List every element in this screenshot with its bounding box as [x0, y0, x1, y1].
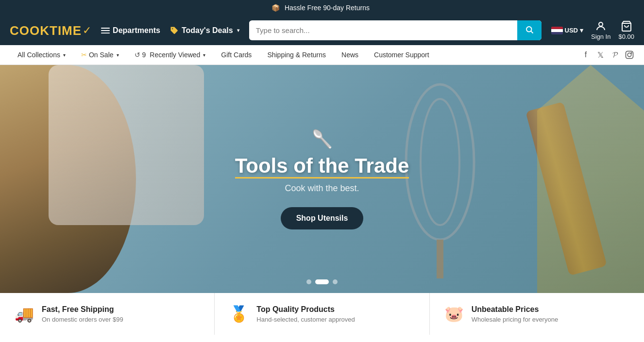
recently-viewed-label-text: Recently Viewed [150, 51, 200, 59]
feature-quality-text: Top Quality Products Hand-selected, cust… [256, 305, 355, 323]
customer-support-label: Customer Support [374, 51, 429, 59]
logo[interactable]: COOKTIME ✓ [10, 24, 91, 37]
logo-checkmark-icon: ✓ [83, 24, 91, 37]
menu-icon [101, 26, 110, 35]
svg-point-12 [421, 99, 459, 225]
currency-button[interactable]: USD ▾ [551, 27, 583, 34]
feature-shipping-title: Fast, Free Shipping [42, 305, 123, 314]
deals-chevron-icon: ▾ [237, 28, 239, 33]
todays-deals-button[interactable]: Today's Deals ▾ [170, 26, 239, 35]
instagram-icon[interactable] [625, 50, 634, 60]
collections-label: All Collections [17, 51, 60, 59]
social-icons: f 𝕏 𝓟 [581, 50, 634, 60]
hero-section: 🥄 Tools of the Trade Cook with the best.… [0, 65, 644, 293]
svg-point-10 [631, 52, 632, 53]
news-label: News [341, 51, 358, 59]
shipping-label: Shipping & Returns [267, 51, 326, 59]
scissors-icon: ✂ [81, 51, 87, 59]
hero-subtitle: Cook with the best. [235, 183, 409, 194]
svg-line-5 [531, 31, 533, 33]
cart-icon [621, 20, 632, 32]
announcement-icon: 📦 [271, 4, 280, 12]
search-bar [249, 20, 542, 40]
svg-point-6 [599, 22, 603, 26]
user-icon [595, 20, 607, 32]
recently-viewed-count: 9 [142, 51, 146, 59]
gift-cards-label: Gift Cards [221, 51, 252, 59]
svg-point-9 [627, 53, 631, 57]
departments-label: Departments [113, 26, 160, 35]
spoon-icon: 🥄 [235, 129, 409, 149]
main-header: COOKTIME ✓ Departments Today's Deals ▾ U… [0, 16, 644, 45]
news-nav-item[interactable]: News [334, 45, 366, 65]
onsale-chevron-icon: ▾ [117, 52, 119, 58]
hero-wheat-decoration [537, 65, 644, 293]
gift-cards-nav-item[interactable]: Gift Cards [213, 45, 259, 65]
feature-quality-title: Top Quality Products [256, 305, 355, 314]
collections-nav-item[interactable]: All Collections ▾ [10, 45, 73, 65]
svg-point-3 [172, 28, 173, 29]
hero-eggs-decoration [49, 65, 204, 225]
currency-label: USD [565, 27, 578, 34]
quality-icon: 🏅 [229, 305, 249, 323]
history-icon: ↺ [135, 51, 140, 59]
features-section: 🚚 Fast, Free Shipping On domestic orders… [0, 293, 644, 335]
deals-label: Today's Deals [182, 26, 233, 35]
hero-cta-button[interactable]: Shop Utensils [281, 207, 364, 229]
svg-point-11 [406, 84, 474, 240]
recently-viewed-nav-item[interactable]: ↺ 9 Recently Viewed ▾ [127, 45, 214, 65]
hero-content: 🥄 Tools of the Trade Cook with the best.… [235, 129, 409, 229]
feature-prices-subtitle: Wholesale pricing for everyone [472, 316, 558, 323]
signin-label: Sign In [591, 33, 610, 40]
tag-icon [170, 26, 179, 35]
search-input[interactable] [249, 21, 517, 39]
secondary-nav: All Collections ▾ ✂ On Sale ▾ ↺ 9 Recent… [0, 45, 644, 65]
search-icon [525, 25, 534, 34]
carousel-dots [306, 279, 338, 284]
feature-quality: 🏅 Top Quality Products Hand-selected, cu… [215, 293, 429, 335]
feature-shipping-subtitle: On domestic orders over $99 [42, 316, 123, 323]
feature-shipping: 🚚 Fast, Free Shipping On domestic orders… [0, 293, 215, 335]
search-button[interactable] [517, 20, 542, 40]
svg-rect-2 [101, 33, 110, 33]
recently-viewed-chevron-icon: ▾ [203, 52, 205, 58]
feature-prices: 🐷 Unbeatable Prices Wholesale pricing fo… [430, 293, 644, 335]
onsale-nav-item[interactable]: ✂ On Sale ▾ [73, 45, 127, 65]
feature-quality-subtitle: Hand-selected, customer approved [256, 316, 355, 323]
carousel-dot-1[interactable] [306, 279, 311, 284]
feature-prices-text: Unbeatable Prices Wholesale pricing for … [472, 305, 558, 323]
facebook-icon[interactable]: f [581, 50, 591, 60]
logo-cook: COOK [10, 23, 50, 38]
cart-button[interactable]: $0.00 [618, 20, 634, 40]
svg-rect-8 [626, 51, 633, 59]
announcement-text: Hassle Free 90-day Returns [285, 4, 370, 12]
customer-support-nav-item[interactable]: Customer Support [366, 45, 437, 65]
twitter-x-icon[interactable]: 𝕏 [595, 50, 605, 60]
feature-prices-title: Unbeatable Prices [472, 305, 558, 314]
svg-point-4 [526, 27, 532, 32]
flag-icon [551, 27, 563, 34]
cart-total: $0.00 [618, 33, 634, 40]
svg-rect-1 [101, 30, 110, 31]
onsale-label: On Sale [89, 51, 114, 59]
feature-shipping-text: Fast, Free Shipping On domestic orders o… [42, 305, 123, 323]
collections-chevron-icon: ▾ [63, 52, 66, 58]
svg-rect-0 [101, 28, 110, 29]
shipping-nav-item[interactable]: Shipping & Returns [259, 45, 334, 65]
currency-chevron-icon: ▾ [580, 27, 583, 34]
hero-title: Tools of the Trade [235, 154, 409, 178]
logo-text: COOKTIME [10, 24, 82, 37]
hero-whisk-decoration [396, 75, 484, 278]
signin-button[interactable]: Sign In [591, 20, 610, 40]
carousel-dot-3[interactable] [333, 279, 338, 284]
logo-time: TIME [50, 23, 82, 38]
announcement-bar: 📦 Hassle Free 90-day Returns [0, 0, 644, 16]
prices-icon: 🐷 [444, 305, 464, 323]
departments-button[interactable]: Departments [101, 26, 160, 35]
pinterest-icon[interactable]: 𝓟 [610, 50, 620, 60]
header-actions: USD ▾ Sign In $0.00 [551, 20, 634, 40]
shipping-icon: 🚚 [15, 305, 34, 323]
carousel-dot-2[interactable] [315, 279, 329, 284]
